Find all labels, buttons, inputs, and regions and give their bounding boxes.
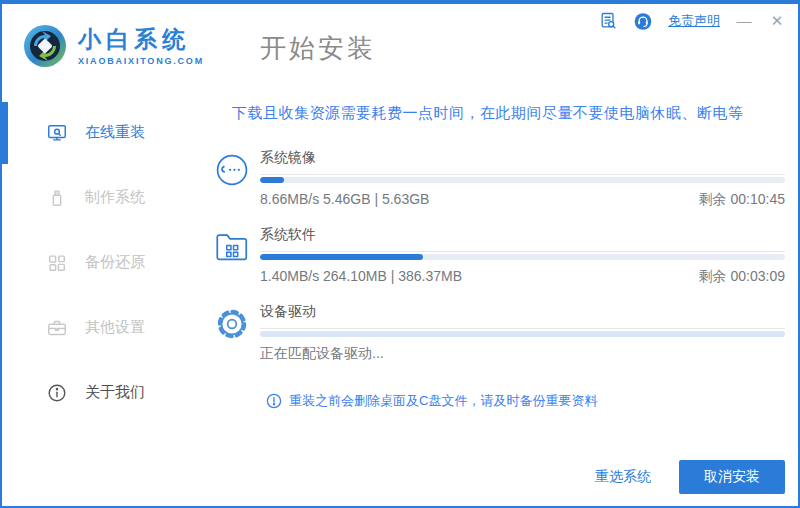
main-content: 下载且收集资源需要耗费一点时间，在此期间尽量不要使电脑休眠、断电等 xyxy=(202,88,798,506)
sidebar-item-other-settings[interactable]: 其他设置 xyxy=(2,295,202,360)
task-remaining: 剩余 00:10:45 xyxy=(699,191,785,209)
progress-fill xyxy=(260,177,284,183)
sidebar-item-label: 在线重装 xyxy=(85,123,145,142)
monitor-reinstall-icon xyxy=(46,122,68,144)
app-window: 小白系统 XIAOBAIXITONG.COM 开始安装 xyxy=(0,0,800,508)
disclaimer-link[interactable]: 免责声明 xyxy=(668,12,720,30)
progress-bar xyxy=(260,331,785,337)
backup-restore-icon xyxy=(46,252,68,274)
warning-text: 下载且收集资源需要耗费一点时间，在此期间尽量不要使电脑休眠、断电等 xyxy=(212,104,785,123)
progress-fill xyxy=(260,254,423,260)
body: 在线重装 制作系统 xyxy=(2,88,798,506)
backup-note: 重装之前会删除桌面及C盘文件，请及时备份重要资料 xyxy=(266,392,597,410)
footer-actions: 重选系统 取消安装 xyxy=(595,460,785,494)
sidebar-item-label: 备份还原 xyxy=(85,253,145,272)
sidebar-item-label: 制作系统 xyxy=(85,188,145,207)
reselect-system-button[interactable]: 重选系统 xyxy=(595,468,651,486)
progress-bar xyxy=(260,177,785,183)
gear-icon xyxy=(212,303,252,363)
task-row-system-image: 系统镜像 8.66MB/s 5.46GB | 5.63GB 剩余 00:10:4… xyxy=(212,149,785,209)
folder-apps-icon xyxy=(212,226,252,286)
usb-drive-icon xyxy=(46,187,68,209)
sidebar-item-backup-restore[interactable]: 备份还原 xyxy=(2,230,202,295)
task-row-system-software: 系统软件 1.40MB/s 264.10MB | 386.37MB 剩余 00:… xyxy=(212,226,785,286)
sidebar-item-label: 其他设置 xyxy=(85,318,145,337)
task-stats: 8.66MB/s 5.46GB | 5.63GB xyxy=(260,191,429,209)
sidebar-item-online-reinstall[interactable]: 在线重装 xyxy=(2,100,202,165)
sidebar-item-about-us[interactable]: 关于我们 xyxy=(2,360,202,425)
license-doc-icon[interactable] xyxy=(598,11,618,31)
toolbox-icon xyxy=(46,317,68,339)
app-logo: 小白系统 XIAOBAIXITONG.COM xyxy=(22,23,204,69)
progress-bar xyxy=(260,254,785,260)
titlebar-controls: 免责声明 — ✕ xyxy=(598,11,786,31)
brand-domain: XIAOBAIXITONG.COM xyxy=(78,56,204,66)
backup-note-text: 重装之前会删除桌面及C盘文件，请及时备份重要资料 xyxy=(289,392,597,410)
task-status: 正在匹配设备驱动... xyxy=(260,345,384,363)
task-name: 系统软件 xyxy=(260,226,785,252)
sidebar-item-label: 关于我们 xyxy=(85,383,145,402)
minimize-button[interactable]: — xyxy=(735,11,753,31)
close-button[interactable]: ✕ xyxy=(768,11,786,31)
sidebar-item-make-system[interactable]: 制作系统 xyxy=(2,165,202,230)
page-title: 开始安装 xyxy=(260,27,376,66)
header: 小白系统 XIAOBAIXITONG.COM 开始安装 xyxy=(2,4,798,88)
task-list: 系统镜像 8.66MB/s 5.46GB | 5.63GB 剩余 00:10:4… xyxy=(212,149,785,363)
logo-globe-icon xyxy=(22,23,68,69)
logo-text: 小白系统 XIAOBAIXITONG.COM xyxy=(78,26,204,65)
task-name: 设备驱动 xyxy=(260,303,785,329)
customer-service-icon[interactable] xyxy=(633,11,653,31)
cancel-install-button[interactable]: 取消安装 xyxy=(679,460,785,494)
alert-circle-icon xyxy=(266,393,282,409)
sidebar: 在线重装 制作系统 xyxy=(2,88,202,506)
task-stats: 1.40MB/s 264.10MB | 386.37MB xyxy=(260,268,462,286)
mascot-face-icon xyxy=(212,149,252,209)
task-row-device-driver: 设备驱动 正在匹配设备驱动... xyxy=(212,303,785,363)
info-circle-icon xyxy=(46,382,68,404)
task-name: 系统镜像 xyxy=(260,149,785,175)
task-remaining: 剩余 00:03:09 xyxy=(699,268,785,286)
brand-name: 小白系统 xyxy=(78,26,204,52)
